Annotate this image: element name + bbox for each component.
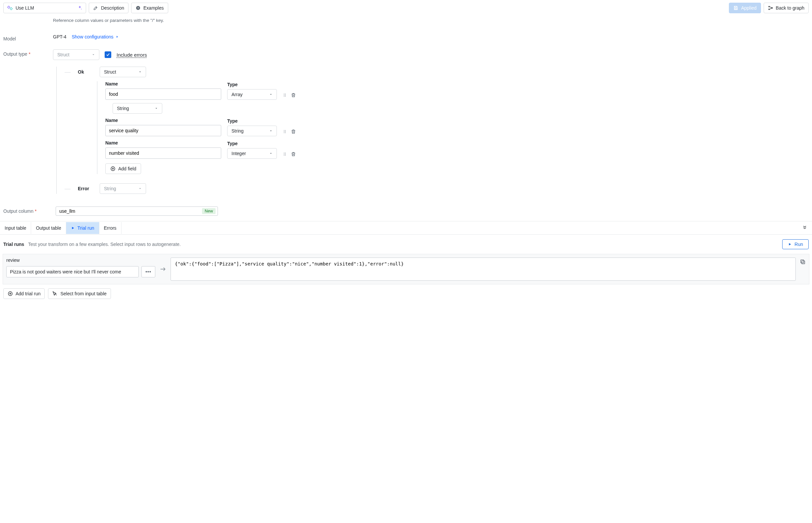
delete-icon[interactable]: [291, 151, 296, 157]
field-name-input[interactable]: [105, 147, 221, 159]
field-type-select[interactable]: Integer: [227, 148, 277, 159]
delete-icon[interactable]: [291, 92, 296, 98]
description-button[interactable]: Description: [89, 3, 129, 13]
svg-point-15: [284, 131, 284, 132]
delete-icon[interactable]: [291, 129, 296, 134]
trial-runs-desc: Test your transform on a few examples. S…: [28, 241, 181, 247]
add-field-button[interactable]: Add field: [105, 163, 141, 174]
svg-point-20: [285, 153, 286, 154]
svg-point-11: [284, 96, 284, 97]
svg-point-24: [285, 155, 286, 156]
sparkle-icon: [77, 5, 82, 11]
svg-point-16: [285, 131, 286, 132]
svg-rect-26: [802, 261, 805, 264]
caret-down-icon: [138, 187, 142, 190]
back-button-label: Back to graph: [776, 5, 805, 11]
caret-down-icon: [92, 53, 95, 56]
examples-button-label: Examples: [144, 5, 164, 11]
caret-down-icon: [269, 93, 272, 96]
add-trial-run-button[interactable]: Add trial run: [3, 288, 45, 299]
svg-point-13: [284, 130, 284, 131]
output-column-input-wrapper[interactable]: New: [56, 206, 218, 216]
svg-point-10: [285, 95, 286, 95]
output-column-input[interactable]: [59, 209, 202, 214]
include-errors-checkbox[interactable]: [105, 51, 111, 58]
ok-type-select[interactable]: Struct: [100, 67, 146, 77]
field-type-select[interactable]: String: [227, 126, 277, 136]
description-button-label: Description: [101, 5, 124, 11]
save-icon: [733, 5, 738, 11]
chevron-right-icon: [116, 35, 119, 38]
svg-rect-27: [801, 260, 804, 263]
include-errors-label: Include errors: [117, 52, 147, 58]
examples-button[interactable]: ? Examples: [131, 3, 168, 13]
model-label: Model: [3, 36, 50, 41]
ok-branch-label: Ok: [78, 69, 94, 75]
svg-point-18: [285, 132, 286, 133]
caret-down-icon: [269, 129, 272, 132]
trial-input-field[interactable]: Pizza is not good waiters were nice but …: [6, 266, 139, 277]
svg-point-19: [284, 153, 284, 154]
applied-button[interactable]: Applied: [729, 3, 761, 13]
run-button[interactable]: Run: [782, 239, 809, 249]
drag-handle-icon[interactable]: [283, 151, 287, 157]
prompt-hint-text: Reference column values or parameters wi…: [53, 18, 809, 23]
svg-text:?: ?: [137, 7, 139, 10]
edit-icon: [93, 5, 98, 11]
arrow-right-icon: [159, 257, 167, 281]
llm-node-icon: [7, 5, 13, 11]
trial-output-field[interactable]: [171, 257, 796, 281]
svg-point-8: [285, 94, 286, 94]
error-type-select[interactable]: String: [100, 183, 146, 194]
svg-point-9: [284, 95, 284, 95]
new-badge: New: [202, 208, 215, 214]
drag-handle-icon[interactable]: [283, 129, 287, 134]
name-header: Name: [105, 140, 221, 145]
tab-errors[interactable]: Errors: [99, 222, 121, 234]
field-type-select[interactable]: Array: [227, 89, 277, 100]
type-header: Type: [227, 141, 277, 146]
back-to-graph-button[interactable]: Back to graph: [764, 3, 809, 13]
tab-input-table[interactable]: Input table: [0, 222, 31, 234]
type-header: Type: [227, 82, 277, 87]
field-name-input[interactable]: [105, 125, 221, 136]
show-configurations-link[interactable]: Show configurations: [72, 34, 118, 39]
trial-input-label: review: [6, 257, 155, 263]
svg-point-4: [769, 6, 770, 7]
svg-rect-3: [735, 8, 736, 9]
svg-point-12: [285, 96, 286, 97]
play-icon: [788, 242, 792, 246]
help-icon: ?: [135, 5, 141, 11]
svg-point-5: [769, 9, 770, 10]
trial-input-more-button[interactable]: •••: [141, 266, 155, 277]
model-value: GPT-4: [53, 34, 66, 39]
output-type-label: Output type*: [3, 51, 50, 57]
tab-trial-run[interactable]: Trial run: [66, 222, 99, 234]
chevron-double-down-icon: [802, 225, 807, 230]
plus-circle-icon: [110, 166, 116, 172]
collapse-panel-button[interactable]: [797, 221, 812, 234]
output-type-select[interactable]: Struct: [53, 49, 99, 60]
trial-run-row: review Pizza is not good waiters were ni…: [3, 254, 809, 284]
play-icon: [71, 226, 75, 230]
type-header: Type: [227, 118, 277, 124]
graph-icon: [768, 5, 773, 11]
svg-point-6: [772, 7, 773, 8]
field-name-input[interactable]: [105, 89, 221, 100]
node-title-input[interactable]: Use LLM: [3, 3, 86, 13]
cursor-table-icon: [52, 291, 58, 296]
svg-point-14: [285, 130, 286, 131]
copy-output-button[interactable]: [800, 257, 806, 281]
select-from-input-table-button[interactable]: Select from input table: [48, 288, 111, 299]
drag-handle-icon[interactable]: [283, 92, 287, 98]
caret-down-icon: [155, 107, 158, 110]
applied-button-label: Applied: [741, 5, 757, 11]
node-title-text: Use LLM: [16, 5, 34, 11]
svg-point-23: [284, 155, 284, 156]
caret-down-icon: [138, 70, 142, 74]
output-column-label: Output column*: [3, 209, 50, 214]
name-header: Name: [105, 118, 221, 123]
svg-point-22: [285, 154, 286, 155]
field-subtype-select[interactable]: String: [113, 103, 162, 114]
tab-output-table[interactable]: Output table: [31, 222, 66, 234]
